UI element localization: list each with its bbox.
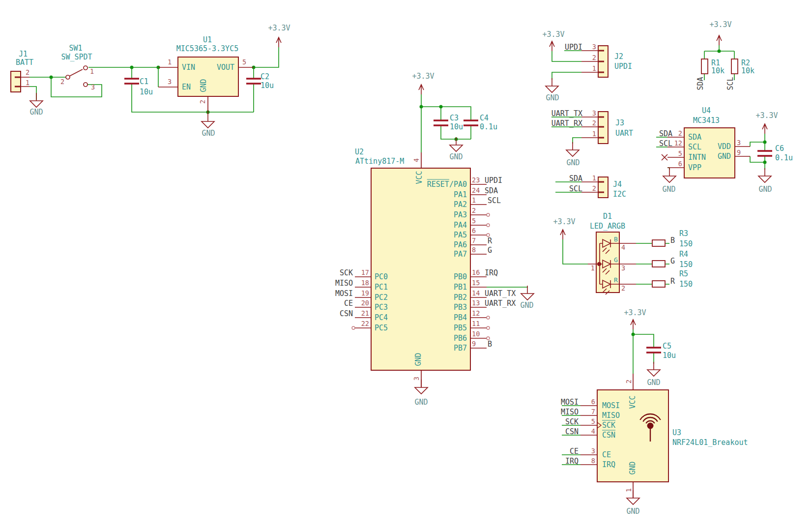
u2-pin-name: PC0: [375, 273, 388, 281]
u4-pin-name: INTN: [688, 154, 706, 161]
u2-pin-number-vcc: 4: [413, 158, 420, 162]
net-label-sda: SDA: [659, 130, 672, 138]
gnd-label: GND: [758, 186, 772, 193]
d1-ref: D1: [603, 213, 612, 220]
u2-pin-name: PC3: [375, 304, 388, 311]
v33-label: +3.3V: [755, 112, 778, 119]
u2-pin-number: 10: [472, 331, 480, 338]
u1-pin-name-vin: VIN: [182, 64, 195, 71]
u2-pin-number: 16: [472, 269, 480, 276]
u2-pin-name: PA1: [454, 191, 467, 199]
j4-value: I2C: [613, 191, 626, 198]
r5-value: 150: [679, 281, 693, 288]
net-label-uart-rx: UART_RX: [485, 300, 516, 307]
sw1-pin3-number: 3: [91, 84, 95, 91]
c3-ref: C3: [450, 115, 459, 122]
j1-body: [11, 71, 21, 92]
r4-ref: R4: [679, 251, 688, 258]
gnd-label: GND: [626, 508, 639, 515]
u2-pin-name: PA4: [454, 222, 467, 229]
j1-ref: J1: [19, 51, 28, 58]
net-label-csn: CSN: [565, 428, 579, 436]
u3-pin-number: 5: [591, 418, 595, 425]
u2-pin-number: 23: [472, 177, 480, 184]
sw1-symbol[interactable]: [66, 66, 87, 87]
c2-ref: C2: [261, 73, 269, 81]
u4-pin-name: SDA: [688, 134, 701, 141]
c1-ref: C1: [140, 78, 148, 86]
u2-pin-name: PB3: [454, 304, 467, 311]
u2-pin-name: PB4: [454, 314, 467, 322]
u4-pin-name: SCL: [688, 144, 701, 151]
c2-value: 10u: [261, 82, 274, 89]
u2-pin-name-vcc: VCC: [416, 171, 423, 184]
u4-pin-number: 6: [678, 161, 682, 168]
u2-pin-name-gnd: GND: [415, 353, 422, 366]
v33-label: +3.3V: [268, 25, 290, 32]
wire-pb1-gnd: [487, 287, 527, 288]
gnd-label: GND: [414, 399, 428, 406]
r2-value: 10k: [741, 67, 754, 75]
c4-ref: C4: [480, 115, 489, 122]
j4-pin2-number: 2: [592, 185, 596, 192]
net-label-sck: SCK: [340, 269, 353, 277]
net-label-irq: IRQ: [565, 458, 579, 465]
u3-pin-number: 3: [591, 448, 595, 455]
u4-pin-number: 9: [737, 149, 741, 156]
c3-value: 10u: [450, 123, 463, 131]
u2-pin-number: 8: [472, 247, 476, 254]
j4-ref: J4: [613, 181, 622, 188]
gnd-label: GND: [546, 94, 559, 102]
net-label-scl: SCL: [488, 197, 501, 205]
j2-pin1-number: 1: [592, 65, 596, 72]
u3-pin-number-vcc: 2: [626, 380, 633, 384]
c5-ref: C5: [663, 343, 671, 350]
c5-symbol: [646, 348, 661, 353]
u2-pin-number: 14: [472, 290, 480, 297]
sw1-ref: SW1: [69, 45, 82, 52]
u3-pin-name-gnd: GND: [629, 461, 637, 474]
u3-pin-number: 8: [591, 458, 595, 465]
wire-j2: [552, 51, 581, 80]
r3-body: [652, 240, 665, 246]
u2-pin-name: PC5: [375, 324, 388, 332]
gnd-label: GND: [520, 302, 533, 309]
j2-value: UPDI: [614, 63, 632, 70]
j3-ref: J3: [615, 119, 624, 127]
j2-ref: J2: [614, 53, 623, 60]
d1-value: LED_ARGB: [590, 223, 625, 230]
net-label-g: G: [670, 258, 675, 265]
r5-ref: R5: [679, 270, 688, 278]
u2-pin-name: PA2: [454, 201, 467, 208]
j3-value: UART: [615, 130, 633, 137]
gnd-label: GND: [29, 109, 43, 116]
u2-pin-name: PA3: [454, 211, 467, 219]
gnd-label: GND: [566, 159, 580, 167]
sw1-value: SW_SPDT: [61, 54, 92, 61]
schematic-canvas: +3.3V +3.3V +3.3V +3.3V +3.3V +3.3V +3.3…: [0, 0, 812, 531]
u4-pin-number: 3: [737, 140, 741, 147]
u1-pin-number-gnd: 2: [200, 100, 206, 104]
c4-value: 0.1u: [480, 123, 497, 131]
u2-pin-number: 15: [472, 280, 480, 287]
u2-pin-number: 18: [361, 280, 369, 287]
net-label-b: B: [670, 237, 675, 244]
u4-pin-name: VDD: [718, 143, 731, 150]
u2-ref: U2: [355, 148, 364, 156]
net-label-updi: UPDI: [565, 44, 582, 51]
r5-body: [652, 281, 665, 287]
net-label-irq: IRQ: [485, 269, 498, 277]
u3-pin-name: CE: [602, 451, 611, 459]
gnd-label: GND: [449, 153, 463, 161]
u2-pin-name: PB5: [454, 324, 467, 332]
u2-value: ATtiny817-M: [355, 158, 404, 165]
u2-pin-number: 5: [472, 218, 476, 225]
net-label-r: R: [488, 237, 492, 245]
net-label-mosi: MOSI: [561, 399, 579, 406]
net-label-csn: CSN: [340, 310, 353, 318]
gnd-label: GND: [662, 186, 675, 193]
u3-pin-number: 4: [591, 428, 595, 435]
d1-channel-letter: G: [614, 257, 618, 263]
r4-value: 150: [679, 261, 693, 268]
v33-label: +3.3V: [709, 21, 731, 29]
